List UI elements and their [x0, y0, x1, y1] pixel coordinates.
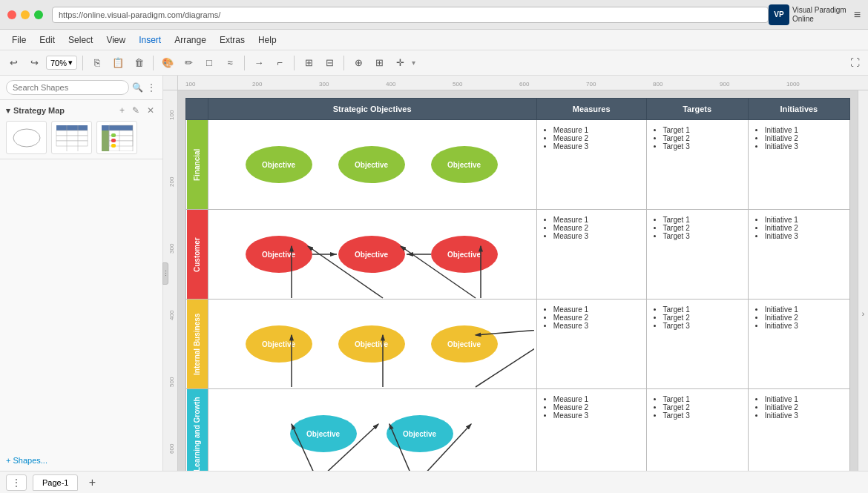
- measure-financial-2: Measure 2: [553, 134, 640, 142]
- copy-button[interactable]: ⎘: [88, 54, 106, 72]
- menu-insert[interactable]: Insert: [133, 33, 167, 47]
- main-layout: 🔍 ⋮ ▾ Strategy Map + ✎ ✕: [0, 76, 868, 471]
- zoom-level: 70%: [50, 59, 67, 67]
- objective-customer-3[interactable]: Objective: [431, 236, 498, 273]
- minimize-button[interactable]: [21, 10, 30, 19]
- url-text: https://online.visual-paradigm.com/diagr…: [59, 10, 220, 19]
- menu-extras[interactable]: Extras: [214, 33, 251, 47]
- objective-internal-3[interactable]: Objective: [431, 325, 498, 363]
- objective-financial-2[interactable]: Objective: [338, 146, 405, 183]
- svg-text:300: 300: [168, 243, 175, 254]
- target-financial-1: Target 1: [663, 126, 742, 134]
- bottom-left-menu[interactable]: ⋮: [6, 474, 27, 491]
- add-shapes-button[interactable]: + Shapes...: [0, 450, 162, 471]
- shape-thumb-table1[interactable]: [51, 121, 92, 154]
- section-collapse-icon[interactable]: ▾: [6, 106, 10, 116]
- right-panel-collapse[interactable]: ›: [858, 90, 868, 471]
- initiative-customer-1: Initiative 1: [765, 216, 844, 224]
- line-button[interactable]: ✏: [180, 54, 197, 72]
- menu-help[interactable]: Help: [252, 33, 283, 47]
- measure-learning-2: Measure 2: [553, 403, 640, 411]
- section-actions: + ✎ ✕: [117, 105, 157, 116]
- target-customer-2: Target 2: [663, 224, 742, 232]
- header-cell-measures: Measures: [536, 99, 646, 120]
- shape-thumb-ellipse[interactable]: [6, 121, 47, 154]
- objective-internal-1[interactable]: Objective: [246, 325, 312, 363]
- section-edit-button[interactable]: ✎: [130, 105, 142, 116]
- svg-text:200: 200: [168, 176, 175, 187]
- objective-financial-3[interactable]: Objective: [431, 146, 498, 183]
- measure-internal-2: Measure 2: [553, 314, 640, 322]
- sidebar-collapse-button[interactable]: ⋮: [162, 262, 168, 285]
- sidebar-more-button[interactable]: ⋮: [146, 82, 157, 93]
- perspective-learning-label: Learning and Growth: [193, 397, 201, 471]
- menu-arrange[interactable]: Arrange: [168, 33, 212, 47]
- fullscreen-button[interactable]: ⛶: [846, 54, 864, 72]
- close-button[interactable]: [7, 10, 16, 19]
- objective-learning-1[interactable]: Objective: [290, 415, 357, 452]
- add-arrow[interactable]: ▾: [412, 59, 415, 67]
- menu-select[interactable]: Select: [62, 33, 99, 47]
- waypoint-button[interactable]: ⌐: [271, 54, 289, 72]
- arrange-button[interactable]: ⊟: [320, 54, 338, 72]
- measures-cell-customer: Measure 1 Measure 2 Measure 3: [536, 210, 646, 300]
- search-icon: 🔍: [132, 82, 143, 93]
- menu-edit[interactable]: Edit: [33, 33, 61, 47]
- sidebar-section-strategy-map: ▾ Strategy Map + ✎ ✕: [0, 100, 162, 159]
- perspective-customer: Customer: [186, 210, 208, 300]
- svg-text:400: 400: [386, 81, 396, 87]
- svg-point-0: [13, 129, 40, 147]
- svg-rect-16: [111, 144, 116, 148]
- target-internal-2: Target 2: [663, 314, 742, 322]
- objective-financial-1[interactable]: Objective: [246, 146, 312, 183]
- redo-button[interactable]: ↪: [25, 54, 43, 72]
- url-bar[interactable]: https://online.visual-paradigm.com/diagr…: [52, 7, 769, 23]
- menu-view[interactable]: View: [100, 33, 131, 47]
- add-page-button[interactable]: +: [84, 474, 100, 491]
- zoom-selector[interactable]: 70% ▾: [46, 56, 77, 70]
- hamburger-menu[interactable]: ≡: [854, 8, 861, 21]
- arrows-learning: [208, 389, 520, 471]
- svg-text:100: 100: [185, 81, 196, 87]
- border-button[interactable]: □: [200, 54, 218, 72]
- snap-button[interactable]: ⊕: [349, 54, 367, 72]
- connector-button[interactable]: →: [250, 54, 268, 72]
- section-header: ▾ Strategy Map + ✎ ✕: [6, 105, 157, 116]
- add-button[interactable]: ✛: [391, 54, 409, 72]
- svg-text:400: 400: [168, 310, 175, 320]
- initiatives-cell-financial: Initiative 1 Initiative 2 Initiative 3: [748, 120, 849, 210]
- objectives-cell-financial: Objective Objective Objective: [208, 120, 536, 210]
- search-input[interactable]: [6, 80, 129, 95]
- canvas-scroll[interactable]: Strategic Objectives Measures Targets In…: [178, 90, 858, 471]
- section-close-button[interactable]: ✕: [145, 105, 157, 116]
- zoom-arrow: ▾: [68, 58, 73, 67]
- initiatives-cell-internal: Initiative 1 Initiative 2 Initiative 3: [748, 300, 849, 389]
- svg-text:700: 700: [586, 81, 596, 87]
- page-tab-1[interactable]: Page-1: [33, 474, 78, 491]
- header-measures-text: Measures: [573, 105, 611, 113]
- shape-thumb-table2[interactable]: [96, 121, 137, 154]
- svg-text:900: 900: [720, 81, 730, 87]
- targets-list-customer: Target 1 Target 2 Target 3: [653, 216, 742, 240]
- resize-button[interactable]: ⊞: [370, 54, 388, 72]
- undo-button[interactable]: ↩: [4, 54, 22, 72]
- objective-learning-2[interactable]: Objective: [387, 415, 453, 452]
- objective-internal-2[interactable]: Objective: [338, 325, 405, 363]
- fill-button[interactable]: 🎨: [159, 54, 177, 72]
- paste-button[interactable]: 📋: [109, 54, 127, 72]
- traffic-lights: [7, 10, 43, 19]
- delete-button[interactable]: 🗑: [130, 54, 148, 72]
- section-add-button[interactable]: +: [117, 105, 127, 116]
- menu-file[interactable]: File: [6, 33, 32, 47]
- objective-customer-1[interactable]: Objective: [246, 236, 312, 273]
- vp-logo-icon: VP: [769, 4, 789, 25]
- targets-list-financial: Target 1 Target 2 Target 3: [653, 126, 742, 150]
- style-button[interactable]: ≈: [221, 54, 239, 72]
- maximize-button[interactable]: [34, 10, 43, 19]
- measures-list-customer: Measure 1 Measure 2 Measure 3: [543, 216, 640, 240]
- target-financial-3: Target 3: [663, 142, 742, 150]
- section-title: ▾ Strategy Map: [6, 106, 65, 116]
- target-customer-3: Target 3: [663, 232, 742, 240]
- group-button[interactable]: ⊞: [300, 54, 318, 72]
- objective-customer-2[interactable]: Objective: [338, 236, 405, 273]
